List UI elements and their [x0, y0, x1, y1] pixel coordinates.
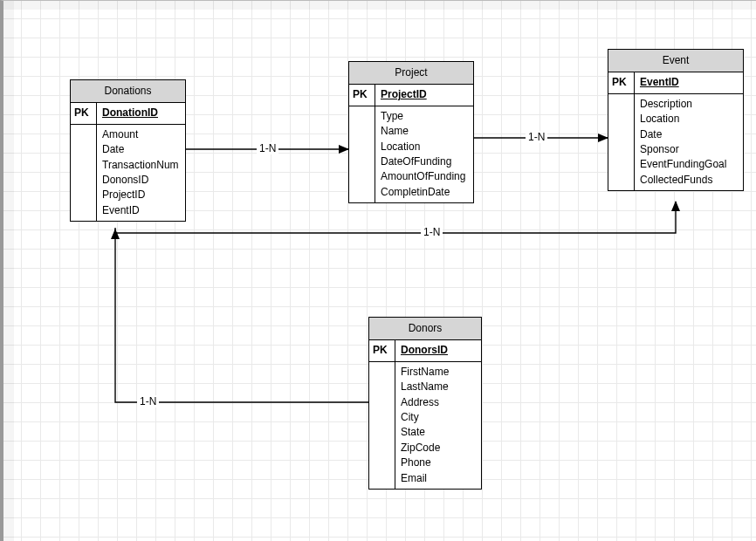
attr: Name [381, 124, 468, 139]
attrs-row: Type Name Location DateOfFunding AmountO… [349, 106, 473, 202]
attr: CollectedFunds [640, 173, 738, 188]
attr: EventID [102, 203, 180, 218]
attrs-pk-col [349, 106, 375, 202]
entity-project[interactable]: Project PK ProjectID Type Name Location … [348, 61, 474, 203]
pk-row: PK ProjectID [349, 85, 473, 106]
attr: ProjectID [102, 188, 180, 202]
pk-row: PK DonorsID [369, 340, 481, 361]
attrs-row: Amount Date TransactionNum DononsID Proj… [71, 125, 185, 221]
cardinality-donations-project: 1-N [257, 142, 278, 154]
attrs-pk-col [71, 125, 97, 221]
attr: LastName [401, 380, 476, 394]
attr: EventFundingGoal [640, 157, 738, 172]
attr: AmountOfFunding [381, 169, 468, 184]
attr: Type [381, 109, 468, 124]
pk-row: PK EventID [608, 72, 743, 93]
pk-label: PK [349, 85, 375, 105]
entity-title: Donations [71, 80, 185, 103]
attr: City [401, 410, 476, 425]
attr: TransactionNum [102, 158, 180, 173]
attr: Email [401, 471, 476, 486]
pk-label: PK [608, 72, 635, 92]
attr: Date [640, 127, 738, 142]
pk-row: PK DonationID [71, 103, 185, 124]
entity-donations[interactable]: Donations PK DonationID Amount Date Tran… [70, 79, 186, 222]
attrs-pk-col [369, 362, 395, 489]
entity-title: Event [608, 50, 743, 72]
attrs-list: Description Location Date Sponsor EventF… [635, 94, 743, 190]
pk-label: PK [71, 103, 97, 123]
cardinality-donors-donations: 1-N [137, 395, 159, 407]
attrs-list: FirstName LastName Address City State Zi… [395, 362, 481, 489]
attr: DateOfFunding [381, 154, 468, 169]
entity-event[interactable]: Event PK EventID Description Location Da… [608, 49, 744, 191]
attrs-row: Description Location Date Sponsor EventF… [608, 94, 743, 190]
attrs-pk-col [608, 94, 635, 190]
attrs-row: FirstName LastName Address City State Zi… [369, 362, 481, 489]
pk-label: PK [369, 340, 395, 360]
attr: State [401, 425, 476, 440]
attr: Date [102, 142, 180, 157]
attr: Location [381, 140, 468, 154]
pk-field: EventID [635, 72, 743, 92]
attr: DononsID [102, 173, 180, 188]
pk-field: ProjectID [375, 85, 473, 105]
cardinality-project-event: 1-N [526, 131, 547, 143]
attr: Description [640, 97, 738, 112]
entity-donors[interactable]: Donors PK DonorsID FirstName LastName Ad… [368, 317, 482, 490]
attr: Phone [401, 455, 476, 470]
pk-field: DonationID [97, 103, 185, 123]
ruler-top [3, 1, 756, 10]
attrs-list: Amount Date TransactionNum DononsID Proj… [97, 125, 185, 221]
diagram-canvas[interactable]: Donations PK DonationID Amount Date Tran… [0, 0, 756, 541]
attr: ZipCode [401, 441, 476, 455]
attr: Location [640, 112, 738, 127]
attr: Address [401, 395, 476, 410]
attr: FirstName [401, 365, 476, 380]
attrs-list: Type Name Location DateOfFunding AmountO… [375, 106, 473, 202]
edge-donations-event [115, 202, 676, 233]
cardinality-donations-event: 1-N [421, 226, 443, 238]
attr: CompletinDate [381, 185, 468, 200]
attr: Amount [102, 127, 180, 142]
entity-title: Donors [369, 318, 481, 340]
entity-title: Project [349, 62, 473, 85]
attr: Sponsor [640, 142, 738, 157]
ruler-left [3, 1, 14, 541]
pk-field: DonorsID [395, 340, 481, 360]
edge-donors-donations [115, 229, 368, 402]
